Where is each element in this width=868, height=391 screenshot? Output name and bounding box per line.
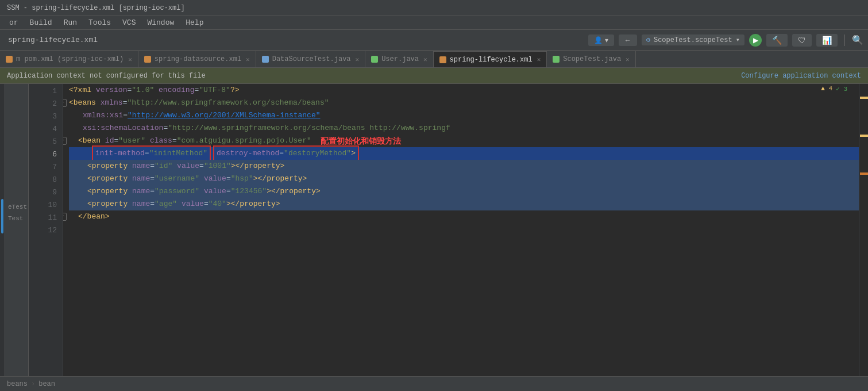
menu-run[interactable]: Run [59,17,82,28]
menu-help[interactable]: Help [181,17,208,28]
search-everywhere-button[interactable]: 🔍 [852,34,863,45]
breadcrumb-item-bean[interactable]: bean [38,380,55,388]
code-line-7: <property name="id" value="1001" ></prop… [69,160,859,172]
line-num-11: 11 [29,212,63,224]
vcs-button[interactable]: 👤 ▾ [588,34,614,46]
line-num-10: 10 [29,199,63,212]
warning-stripe-2 [860,135,868,137]
code-editor[interactable]: ▲ 4 ✓ 3 <?xml version="1.0" encoding="UT… [63,84,859,376]
mini-sidebar: eTest Test [5,84,29,376]
code-line-1: <?xml version="1.0" encoding="UTF-8"?> [69,84,859,97]
line-num-12: 12 [29,224,63,237]
xsi-link[interactable]: "http://www.w3.org/2001/XMLSchema-instan… [128,109,320,122]
user-java-tab-label: User.java [381,55,419,63]
main-area: eTest Test 1 2 3 4 5 6 7 8 9 10 11 12 ▲ … [0,84,868,376]
sidebar-marker [1,199,3,233]
left-sidebar [0,84,5,376]
warning-stripe-1 [860,97,868,99]
scope-java-tab-icon [553,56,560,63]
code-line-9: <property name="password" value="123456"… [69,185,859,198]
code-line-10: <property name="age" value="40" ></prope… [69,198,859,210]
lifecycle-tab-icon [439,56,446,63]
menu-build[interactable]: Build [25,17,57,28]
code-line-4: xsi:schemaLocation="http://www.springfra… [69,122,859,135]
breadcrumb-bar: beans › bean [0,376,868,391]
build-button[interactable]: 🔨 [766,34,788,47]
line-num-5: 5 [29,136,63,148]
back-button[interactable]: ← [619,34,637,46]
menu-tools[interactable]: Tools [84,17,115,28]
toolbar-file-info: spring-lifecycle.xml [5,36,98,44]
line-num-9: 9 [29,186,63,199]
tab-pom-xml[interactable]: m pom.xml (spring-ioc-xml) ✕ [0,51,138,67]
menu-vcs[interactable]: VCS [118,17,140,28]
code-line-6: init-method="inintMethod" destroy-method… [69,147,859,160]
scope-java-tab-close[interactable]: ✕ [626,56,630,63]
right-error-gutter [859,84,868,376]
run-button[interactable]: ▶ [749,34,762,47]
tab-spring-datasource[interactable]: spring-datasource.xml ✕ [138,51,256,67]
datasource-xml-tab-close[interactable]: ✕ [246,56,250,63]
init-method-box: init-method="inintMethod" [92,145,211,162]
code-line-11: + </bean> [69,210,859,223]
line-num-6: 6 [29,148,63,161]
tab-datasource-java[interactable]: DataSourceTest.java ✕ [256,51,365,67]
datasource-java-tab-label: DataSourceTest.java [272,55,351,63]
user-java-tab-close[interactable]: ✕ [423,56,427,63]
datasource-xml-tab-label: spring-datasource.xml [155,55,241,63]
line-num-8: 8 [29,174,63,186]
title-text: SSM - spring-lifecycle.xml [spring-ioc-x… [7,4,185,12]
line-num-3: 3 [29,110,63,123]
user-java-tab-icon [371,56,378,63]
line-num-1: 1 [29,85,63,98]
run-config-dropdown-icon: ▾ [736,36,740,44]
breadcrumb-separator: › [31,380,35,388]
scope-java-tab-label: ScopeTest.java [563,55,621,63]
fold-marker-2[interactable]: − [63,99,67,107]
datasource-java-tab-close[interactable]: ✕ [356,56,360,63]
line-num-4: 4 [29,123,63,136]
notification-bar: Application context not configured for t… [0,68,868,84]
lifecycle-tab-label: spring-lifecycle.xml [450,56,533,64]
tab-user-java[interactable]: User.java ✕ [365,51,433,67]
pom-tab-label: m pom.xml (spring-ioc-xml) [16,55,124,63]
line-num-2: 2 [29,98,63,110]
fold-marker-5[interactable]: − [63,137,67,145]
toolbar-actions: 👤 ▾ ← ⚙ ScopeTest.scopeTest ▾ ▶ 🔨 🛡 📊 🔍 [588,34,863,47]
warning-stripe-3 [860,172,868,175]
tabs-bar: m pom.xml (spring-ioc-xml) ✕ spring-data… [0,51,868,68]
menu-bar: or Build Run Tools VCS Window Help [0,16,868,30]
breadcrumb-item-beans[interactable]: beans [7,380,28,388]
mini-sidebar-test: Test [5,213,28,224]
tab-scope-java[interactable]: ScopeTest.java ✕ [547,51,635,67]
coverage-button[interactable]: 🛡 [792,34,812,47]
toolbar-filename: spring-lifecycle.xml [8,36,98,44]
title-bar: SSM - spring-lifecycle.xml [spring-ioc-x… [0,0,868,16]
code-line-12 [69,223,859,236]
run-config-label: ScopeTest.scopeTest [654,36,732,44]
tab-lifecycle-xml[interactable]: spring-lifecycle.xml ✕ [434,51,547,67]
mini-sidebar-etest: eTest [5,201,28,213]
toolbar-separator [844,34,845,46]
menu-or[interactable]: or [5,17,23,28]
code-line-3: xmlns:xsi="http://www.w3.org/2001/XMLSch… [69,109,859,122]
code-line-2: − <beans xmlns="http://www.springframewo… [69,97,859,109]
datasource-java-tab-icon [262,56,269,63]
notification-message: Application context not configured for t… [7,72,206,80]
toolbar: spring-lifecycle.xml 👤 ▾ ← ⚙ ScopeTest.s… [0,30,868,51]
line-num-7: 7 [29,161,63,174]
datasource-tab-icon [144,56,151,63]
fold-marker-11[interactable]: + [63,213,67,221]
menu-window[interactable]: Window [142,17,179,28]
profile-button[interactable]: 📊 [816,34,838,47]
pom-tab-close[interactable]: ✕ [128,56,132,63]
line-gutter: 1 2 3 4 5 6 7 8 9 10 11 12 [29,84,63,376]
configure-link[interactable]: Configure application context [741,72,861,80]
destroy-method-box: destroy-method="destoryMethod"> [213,145,359,162]
code-line-8: <property name="username" value="hsp" ><… [69,172,859,185]
lifecycle-tab-close[interactable]: ✕ [537,56,541,63]
run-config-selector[interactable]: ⚙ ScopeTest.scopeTest ▾ [642,34,744,45]
pom-tab-icon [6,56,13,63]
